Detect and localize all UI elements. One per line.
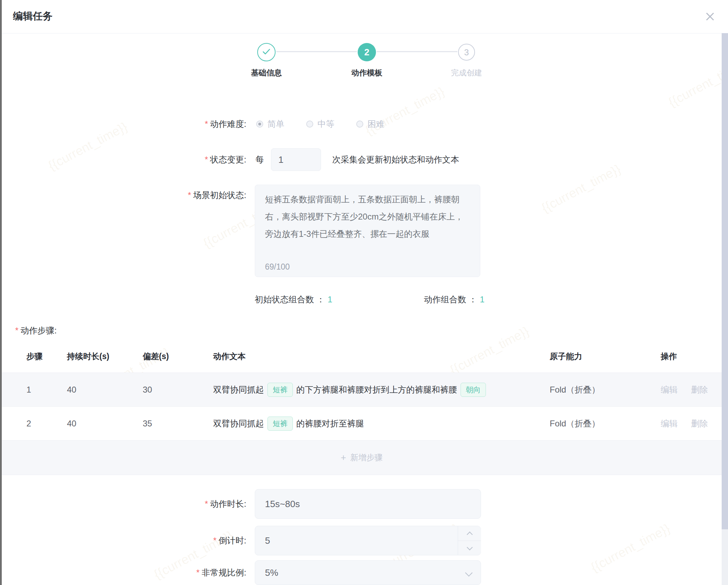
close-icon[interactable] [704, 11, 716, 23]
cell-action-text: 双臂协同抓起短裤的裤腰对折至裤腿 [213, 417, 550, 431]
radio-circle [256, 121, 263, 128]
cell-actions: 编辑删除 [661, 384, 722, 395]
chevron-down-icon [467, 544, 473, 550]
required-mark: * [205, 119, 208, 129]
radio-dot [258, 123, 261, 125]
initial-state-row: *场景初始状态: 短裤五条数据背面朝上，五条数据正面朝上，裤腰朝右，离头部视野下… [2, 185, 728, 277]
add-step-label: 新增步骤 [350, 452, 383, 463]
duration-input[interactable] [255, 489, 481, 519]
edit-link[interactable]: 编辑 [661, 385, 678, 394]
step-circle-1 [257, 43, 276, 61]
combo-value: 1 [480, 295, 485, 304]
state-change-prefix: 每 [255, 148, 264, 171]
modal-overlay-strip [0, 0, 2, 585]
combos-row: 初始状态组合数 ：1 动作组合数 ：1 [2, 292, 728, 307]
plus-icon: + [341, 452, 346, 463]
edit-task-dialog: 编辑任务 {{current_time}}{{current_time}}{{c… [0, 0, 728, 585]
required-mark: * [15, 326, 18, 335]
radio-option-hard[interactable]: 困难 [356, 118, 384, 130]
step-connector [377, 51, 457, 52]
delete-link[interactable]: 删除 [691, 385, 708, 394]
select-chevron-down-icon [465, 569, 473, 577]
step-circle-3: 3 [458, 44, 475, 61]
header-cell: 步骤 [26, 351, 67, 362]
combo-value: 1 [328, 295, 332, 304]
cell-step: 1 [26, 385, 67, 395]
edit-link[interactable]: 编辑 [661, 419, 678, 428]
duration-label: *动作时长: [2, 489, 246, 519]
step-label-finish-create: 完成创建 [424, 68, 509, 78]
step-circle-2: 2 [358, 43, 376, 61]
header-cell: 持续时长(s) [67, 351, 143, 362]
required-mark: * [188, 190, 191, 200]
combo-label: 动作组合数 ： [424, 295, 477, 304]
action-combo-count: 动作组合数 ：1 [424, 292, 485, 307]
ratio-label: *非常规比例: [2, 560, 246, 585]
keyword-tag: 短裤 [267, 383, 293, 397]
cell-deviation: 30 [143, 385, 213, 395]
action-text: 双臂协同抓起 [213, 418, 264, 429]
spinner-up-button[interactable] [458, 526, 481, 541]
countdown-row: *倒计时: [2, 526, 728, 555]
table-body: 14030双臂协同抓起短裤的下方裤腿和裤腰对折到上方的裤腿和裤腰朝向Fold（折… [2, 373, 722, 441]
cell-capability: Fold（折叠） [550, 418, 661, 429]
radio-circle [356, 121, 363, 128]
textarea-counter: 69/100 [265, 262, 290, 272]
action-text: 双臂协同抓起 [213, 384, 264, 395]
combo-label: 初始状态组合数 ： [255, 295, 325, 304]
difficulty-radio-group: 简单 中等 困难 [256, 116, 406, 132]
initial-state-text: 短裤五条数据背面朝上，五条数据正面朝上，裤腰朝右，离头部视野下方至少20cm之外… [265, 191, 471, 242]
initial-state-combo-count: 初始状态组合数 ：1 [255, 292, 332, 307]
state-change-input[interactable] [271, 148, 321, 171]
cell-step: 2 [26, 419, 67, 429]
cell-action-text: 双臂协同抓起短裤的下方裤腿和裤腰对折到上方的裤腿和裤腰朝向 [213, 383, 550, 397]
keyword-tag: 朝向 [461, 383, 486, 397]
difficulty-label: *动作难度: [2, 116, 246, 132]
table-row: 14030双臂协同抓起短裤的下方裤腿和裤腰对折到上方的裤腿和裤腰朝向Fold（折… [2, 373, 722, 407]
radio-option-medium[interactable]: 中等 [306, 118, 334, 130]
ratio-value: 5% [265, 561, 278, 585]
difficulty-row: *动作难度: 简单 中等 困难 [2, 116, 728, 132]
cell-deviation: 35 [143, 419, 213, 429]
required-mark: * [213, 536, 216, 545]
duration-row: *动作时长: [2, 489, 728, 519]
ratio-row: *非常规比例: 5% [2, 560, 728, 585]
add-step-button[interactable]: + 新增步骤 [2, 441, 722, 475]
cell-duration: 40 [67, 385, 143, 395]
radio-label: 简单 [267, 118, 284, 130]
step-label-basic-info: 基础信息 [224, 68, 309, 78]
table-header: 步骤持续时长(s)偏差(s)动作文本原子能力操作 [2, 340, 722, 373]
cell-actions: 编辑删除 [661, 418, 722, 429]
radio-option-easy[interactable]: 简单 [256, 118, 284, 130]
state-change-row: *状态变更: 每 次采集会更新初始状态和动作文本 [2, 148, 728, 171]
radio-label: 中等 [317, 118, 334, 130]
radio-circle [306, 121, 313, 128]
initial-state-textarea[interactable]: 短裤五条数据背面朝上，五条数据正面朝上，裤腰朝右，离头部视野下方至少20cm之外… [255, 185, 480, 277]
steps-section-label: *动作步骤: [15, 325, 57, 336]
header-cell: 操作 [661, 351, 722, 362]
initial-state-label: *场景初始状态: [2, 190, 246, 201]
header-cell: 原子能力 [550, 351, 661, 362]
scrollbar-thumb[interactable] [722, 33, 728, 529]
check-icon [262, 48, 271, 56]
required-mark: * [196, 568, 199, 577]
state-change-label: *状态变更: [2, 148, 246, 171]
radio-label: 困难 [368, 118, 384, 130]
spinner-down-button[interactable] [458, 541, 481, 555]
delete-link[interactable]: 删除 [691, 419, 708, 428]
scrollbar [722, 33, 728, 585]
table-row: 24035双臂协同抓起短裤的裤腰对折至裤腿Fold（折叠）编辑删除 [2, 407, 722, 441]
number-spinner [458, 526, 481, 555]
header-cell: 偏差(s) [143, 351, 213, 362]
action-text: 的下方裤腿和裤腰对折到上方的裤腿和裤腰 [296, 384, 457, 395]
countdown-label: *倒计时: [2, 526, 246, 555]
cell-capability: Fold（折叠） [550, 384, 661, 395]
ratio-select[interactable]: 5% [255, 560, 481, 585]
required-mark: * [205, 155, 208, 164]
cell-duration: 40 [67, 419, 143, 429]
page-title: 编辑任务 [13, 0, 53, 32]
action-text: 的裤腰对折至裤腿 [296, 418, 364, 429]
required-mark: * [205, 499, 208, 509]
countdown-input[interactable] [255, 526, 481, 555]
step-label-action-template: 动作模板 [325, 68, 409, 78]
